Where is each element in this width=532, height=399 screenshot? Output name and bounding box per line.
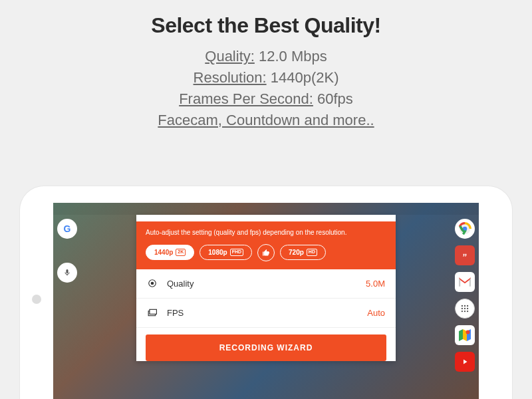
svg-point-10 bbox=[464, 311, 466, 312]
youtube-icon[interactable] bbox=[455, 352, 475, 372]
panel-top-strip bbox=[136, 215, 396, 221]
resolution-1440p[interactable]: 1440p 2K bbox=[146, 245, 194, 260]
svg-point-11 bbox=[467, 311, 468, 312]
fps-value: Auto bbox=[367, 308, 385, 318]
svg-point-7 bbox=[464, 308, 466, 309]
resolution-720p-label: 720p bbox=[289, 249, 304, 256]
resolution-1440p-label: 1440p bbox=[154, 249, 173, 256]
spec-more: Facecam, Countdown and more.. bbox=[0, 110, 532, 131]
svg-point-3 bbox=[462, 305, 463, 307]
spec-quality-label: Quality: bbox=[205, 48, 255, 65]
quality-row[interactable]: Quality 5.0M bbox=[136, 269, 396, 299]
google-icon[interactable]: G bbox=[57, 219, 77, 239]
resolution-options: 1440p 2K 1080p FHD 720p HD bbox=[146, 244, 386, 261]
promo-header: Select the Best Quality! Quality: 12.0 M… bbox=[0, 0, 532, 131]
resolution-720p-badge: HD bbox=[307, 249, 317, 255]
resolution-1080p-label: 1080p bbox=[208, 249, 227, 256]
resolution-720p[interactable]: 720p HD bbox=[280, 245, 326, 260]
chrome-icon[interactable] bbox=[455, 219, 475, 239]
spec-fps: Frames Per Second: 60fps bbox=[0, 88, 532, 110]
svg-point-5 bbox=[467, 305, 468, 307]
gmail-icon[interactable] bbox=[455, 272, 475, 292]
svg-point-4 bbox=[464, 305, 466, 307]
spec-fps-label: Frames Per Second: bbox=[179, 90, 313, 107]
spec-resolution-label: Resolution: bbox=[194, 69, 267, 86]
tablet-screen: G bbox=[53, 203, 479, 399]
spec-quality: Quality: 12.0 Mbps bbox=[0, 46, 532, 67]
resolution-header: Auto-adjust the setting (quality and fps… bbox=[136, 221, 396, 269]
right-dock bbox=[455, 219, 475, 372]
quality-value: 5.0M bbox=[366, 279, 385, 289]
svg-point-6 bbox=[462, 308, 463, 309]
home-button bbox=[32, 295, 41, 304]
auto-adjust-hint: Auto-adjust the setting (quality and fps… bbox=[146, 228, 358, 237]
maps-icon[interactable] bbox=[455, 325, 475, 345]
fps-row[interactable]: FPS Auto bbox=[136, 299, 396, 328]
page-title: Select the Best Quality! bbox=[0, 13, 532, 38]
fps-label: FPS bbox=[167, 308, 367, 318]
hangouts-icon[interactable] bbox=[455, 245, 475, 265]
spec-resolution: Resolution: 1440p(2K) bbox=[0, 67, 532, 88]
quality-label: Quality bbox=[167, 279, 366, 289]
spec-fps-value: 60fps bbox=[313, 90, 353, 107]
status-bar bbox=[53, 203, 479, 215]
app-drawer-icon[interactable] bbox=[455, 299, 475, 319]
settings-panel: Auto-adjust the setting (quality and fps… bbox=[136, 215, 396, 361]
spec-resolution-value: 1440p(2K) bbox=[267, 69, 339, 86]
target-icon bbox=[147, 279, 158, 288]
svg-point-14 bbox=[151, 282, 154, 285]
spec-more-label: Facecam, Countdown and more.. bbox=[158, 112, 374, 128]
recording-wizard-button[interactable]: RECORDING WIZARD bbox=[146, 334, 386, 361]
svg-point-8 bbox=[467, 308, 468, 309]
voice-search-icon[interactable] bbox=[57, 263, 77, 283]
left-dock: G bbox=[57, 219, 77, 283]
spec-quality-value: 12.0 Mbps bbox=[255, 48, 327, 65]
resolution-1440p-badge: 2K bbox=[176, 249, 186, 255]
frames-icon bbox=[147, 309, 158, 317]
svg-point-9 bbox=[462, 311, 463, 312]
settings-list: Quality 5.0M FPS Auto bbox=[136, 269, 396, 328]
thumbs-up-icon[interactable] bbox=[257, 244, 275, 261]
resolution-1080p[interactable]: 1080p FHD bbox=[200, 245, 252, 260]
svg-point-12 bbox=[466, 331, 470, 334]
svg-rect-16 bbox=[150, 309, 157, 314]
resolution-1080p-badge: FHD bbox=[230, 249, 243, 255]
tablet-frame: G bbox=[20, 186, 512, 399]
